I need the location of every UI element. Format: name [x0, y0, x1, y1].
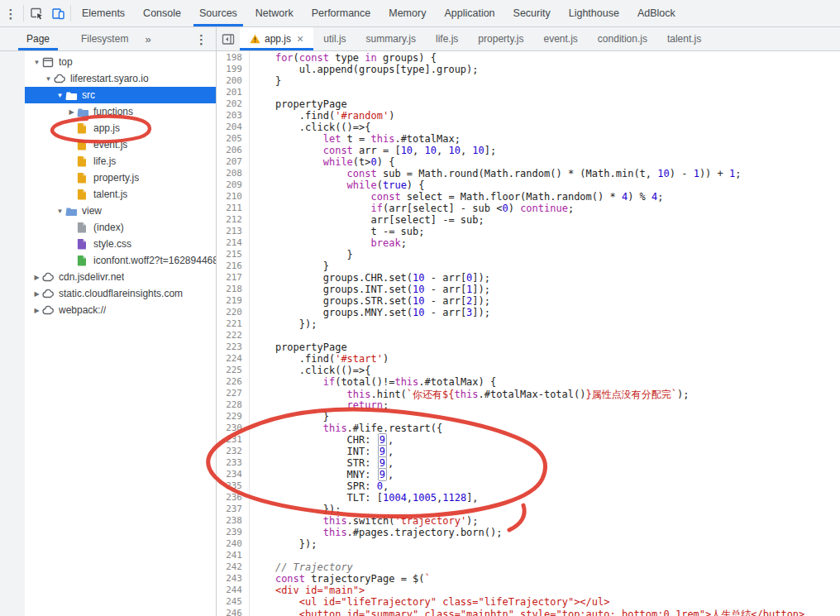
line-number[interactable]: 221	[217, 318, 249, 330]
tree-item-view[interactable]: ▼view	[25, 203, 216, 219]
line-number[interactable]: 230	[217, 423, 249, 434]
line-number[interactable]: 235	[217, 480, 249, 492]
tree-item-life-js[interactable]: life.js	[25, 153, 216, 170]
panel-tab-elements[interactable]: Elements	[73, 0, 134, 26]
chevron-right-icon[interactable]: ▶	[66, 108, 77, 116]
panel-tab-network[interactable]: Network	[246, 0, 303, 26]
line-number[interactable]: 215	[217, 249, 249, 260]
chevron-right-icon[interactable]: ▶	[31, 274, 42, 281]
line-number[interactable]: 198	[217, 52, 249, 64]
line-number[interactable]: 237	[217, 504, 249, 515]
line-number[interactable]: 242	[217, 561, 249, 573]
tree-item-src[interactable]: ▼src	[25, 87, 216, 103]
kebab-menu-icon[interactable]: ⋮	[0, 0, 21, 26]
device-toolbar-icon[interactable]	[47, 0, 69, 26]
file-tab-property-js[interactable]: property.js	[468, 27, 533, 50]
line-number[interactable]: 231	[217, 434, 249, 446]
line-number[interactable]: 227	[217, 388, 249, 399]
more-tabs-chevron-icon[interactable]: »	[138, 27, 157, 50]
line-number[interactable]: 199	[217, 64, 249, 75]
tree-item-style-css[interactable]: style.css	[25, 236, 216, 252]
chevron-right-icon[interactable]: ▶	[31, 307, 42, 314]
tree-item-webpack[interactable]: ▶webpack://	[25, 302, 216, 318]
line-number[interactable]: 209	[217, 179, 249, 191]
line-number[interactable]: 244	[217, 585, 249, 596]
panel-tab-console[interactable]: Console	[134, 0, 190, 26]
line-number[interactable]: 224	[217, 353, 249, 365]
line-number[interactable]: 211	[217, 203, 249, 214]
line-number[interactable]: 204	[217, 122, 249, 133]
line-number[interactable]: 240	[217, 538, 249, 550]
navigator-tab-page[interactable]: Page	[17, 27, 60, 50]
file-tab-condition-js[interactable]: condition.js	[588, 27, 657, 50]
line-number[interactable]: 219	[217, 295, 249, 307]
tree-item-app-js[interactable]: app.js	[25, 120, 216, 136]
tree-item-cdn-jsdelivr-net[interactable]: ▶cdn.jsdelivr.net	[25, 269, 216, 285]
line-number[interactable]: 246	[217, 608, 249, 616]
close-tab-icon[interactable]: ×	[297, 33, 303, 45]
tree-item-talent-js[interactable]: talent.js	[25, 186, 216, 203]
line-number[interactable]: 229	[217, 411, 249, 423]
navigator-tab-filesystem[interactable]: Filesystem	[71, 27, 138, 50]
tree-item-static-cloudflareinsights-com[interactable]: ▶static.cloudflareinsights.com	[25, 285, 216, 302]
line-number[interactable]: 206	[217, 145, 249, 156]
line-number[interactable]: 228	[217, 399, 249, 411]
line-number[interactable]: 226	[217, 376, 249, 388]
line-number[interactable]: 203	[217, 110, 249, 122]
file-tab-event-js[interactable]: event.js	[534, 27, 588, 50]
line-number[interactable]: 243	[217, 573, 249, 585]
line-number[interactable]: 241	[217, 550, 249, 561]
line-number[interactable]: 218	[217, 284, 249, 295]
line-number[interactable]: 212	[217, 214, 249, 226]
tree-item-liferestart-syaro-io[interactable]: ▼liferestart.syaro.io	[25, 70, 216, 87]
line-number[interactable]: 210	[217, 191, 249, 203]
file-tab-summary-js[interactable]: summary.js	[356, 27, 426, 50]
line-number[interactable]: 213	[217, 226, 249, 237]
tree-item-property-js[interactable]: property.js	[25, 170, 216, 186]
line-number[interactable]: 205	[217, 133, 249, 145]
line-number[interactable]: 208	[217, 168, 249, 179]
line-number[interactable]: 217	[217, 272, 249, 284]
line-number[interactable]: 201	[217, 87, 249, 98]
line-number[interactable]: 245	[217, 596, 249, 608]
panel-tab-sources[interactable]: Sources	[190, 0, 246, 26]
tree-item-functions[interactable]: ▶functions	[25, 103, 216, 120]
line-number[interactable]: 207	[217, 156, 249, 168]
line-number[interactable]: 216	[217, 260, 249, 272]
line-number[interactable]: 238	[217, 515, 249, 527]
line-number[interactable]: 214	[217, 237, 249, 249]
chevron-down-icon[interactable]: ▼	[55, 92, 65, 99]
line-number[interactable]: 239	[217, 527, 249, 538]
file-tab-life-js[interactable]: life.js	[426, 27, 468, 50]
hide-navigator-icon[interactable]	[217, 27, 240, 50]
panel-tab-adblock[interactable]: AdBlock	[628, 0, 685, 26]
chevron-down-icon[interactable]: ▼	[31, 59, 42, 66]
source-editor[interactable]: 1981992002012022032042052062072082092102…	[217, 51, 840, 616]
panel-tab-memory[interactable]: Memory	[379, 0, 435, 26]
file-tab-app-js[interactable]: app.js×	[240, 27, 313, 50]
tree-item-event-js[interactable]: event.js	[25, 136, 216, 153]
chevron-right-icon[interactable]: ▶	[31, 290, 42, 298]
file-tab-talent-js[interactable]: talent.js	[657, 27, 711, 50]
chevron-down-icon[interactable]: ▼	[43, 75, 54, 83]
code-area[interactable]: for(const type in groups) { ul.append(gr…	[250, 51, 840, 616]
inspect-element-icon[interactable]	[26, 0, 47, 26]
line-number[interactable]: 202	[217, 98, 249, 110]
chevron-down-icon[interactable]: ▼	[55, 208, 65, 215]
panel-tab-security[interactable]: Security	[504, 0, 560, 26]
line-number[interactable]: 236	[217, 492, 249, 504]
panel-tab-performance[interactable]: Performance	[303, 0, 380, 26]
line-number[interactable]: 220	[217, 307, 249, 318]
navigator-kebab-menu-icon[interactable]: ⋮	[187, 27, 216, 50]
file-tab-util-js[interactable]: util.js	[313, 27, 356, 50]
tree-item-index[interactable]: (index)	[25, 219, 216, 236]
line-number[interactable]: 222	[217, 330, 249, 341]
tree-item-iconfont-woff2-t-162894468[interactable]: iconfont.woff2?t=162894468	[25, 252, 216, 269]
line-number[interactable]: 225	[217, 365, 249, 376]
panel-tab-application[interactable]: Application	[435, 0, 504, 26]
line-number[interactable]: 200	[217, 75, 249, 87]
panel-tab-lighthouse[interactable]: Lighthouse	[560, 0, 628, 26]
tree-item-top[interactable]: ▼top	[25, 54, 216, 70]
line-number[interactable]: 234	[217, 469, 249, 480]
line-number[interactable]: 232	[217, 446, 249, 457]
